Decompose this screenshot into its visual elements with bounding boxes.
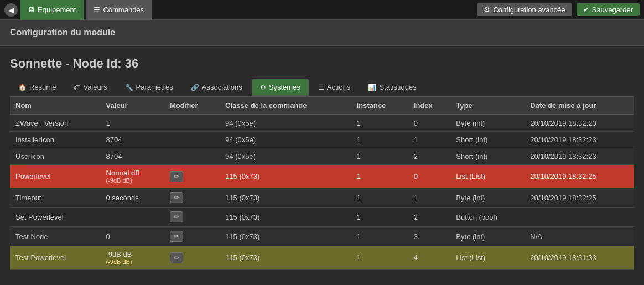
cell-index: 3 <box>408 227 451 246</box>
cell-valeur: 1 <box>101 115 165 132</box>
tab-statistiques[interactable]: 📊 Statistiques <box>360 79 424 96</box>
cell-classe: 115 (0x73) <box>220 165 351 188</box>
cell-nom: UserIcon <box>10 148 101 165</box>
cell-instance: 1 <box>351 148 408 165</box>
cell-date: 20/10/2019 18:32:25 <box>524 165 634 188</box>
sauvegarder-button[interactable]: ✔ Sauvegarder <box>577 3 640 16</box>
col-nom: Nom <box>10 97 101 115</box>
cell-instance: 1 <box>351 227 408 246</box>
page-title: Configuration du module <box>10 28 634 38</box>
cell-type: Short (int) <box>450 132 524 148</box>
table-row: Timeout0 seconds✏115 (0x73)11Byte (int)2… <box>10 188 634 208</box>
col-classe: Classe de la commande <box>220 97 351 115</box>
cell-index: 4 <box>408 246 451 270</box>
cell-date: 20/10/2019 18:32:23 <box>524 115 634 132</box>
edit-button[interactable]: ✏ <box>170 252 183 263</box>
cell-date <box>524 208 634 227</box>
cell-modifier <box>164 115 220 132</box>
edit-button[interactable]: ✏ <box>170 171 183 182</box>
cell-modifier[interactable]: ✏ <box>164 227 220 246</box>
edit-button[interactable]: ✏ <box>170 192 183 203</box>
systems-table: Nom Valeur Modifier Classe de la command… <box>10 97 634 270</box>
col-valeur: Valeur <box>101 97 165 115</box>
resume-icon: 🏠 <box>18 84 27 91</box>
cell-nom: ZWave+ Version <box>10 115 101 132</box>
table-row: PowerlevelNormal dB(-9dB dB)✏115 (0x73)1… <box>10 165 634 188</box>
cell-type: Byte (int) <box>450 188 524 208</box>
cell-modifier <box>164 148 220 165</box>
config-icon: ⚙ <box>484 6 490 14</box>
config-avancee-button[interactable]: ⚙ Configuration avancée <box>477 3 572 16</box>
cell-modifier[interactable]: ✏ <box>164 246 220 270</box>
content-area: Sonnette - Node Id: 36 🏠 Résumé 🏷 Valeur… <box>0 46 644 270</box>
cell-nom: Test Powerlevel <box>10 246 101 270</box>
cell-nom: Set Powerlevel <box>10 208 101 227</box>
cell-classe: 115 (0x73) <box>220 188 351 208</box>
edit-button[interactable]: ✏ <box>170 211 183 222</box>
cell-index: 0 <box>408 165 451 188</box>
tab-actions[interactable]: ☰ Actions <box>310 79 359 96</box>
tab-resume[interactable]: 🏠 Résumé <box>10 79 64 96</box>
cell-date: 20/10/2019 18:31:33 <box>524 246 634 270</box>
cell-index: 2 <box>408 208 451 227</box>
cell-classe: 94 (0x5e) <box>220 132 351 148</box>
cell-nom: InstallerIcon <box>10 132 101 148</box>
table-row: UserIcon870494 (0x5e)12Short (int)20/10/… <box>10 148 634 165</box>
cell-modifier <box>164 132 220 148</box>
col-date: Date de mise à jour <box>524 97 634 115</box>
tab-parametres-label: Paramètres <box>136 83 173 91</box>
nav-tab-equipement[interactable]: 🖥 Equipement <box>20 0 84 20</box>
cell-date: 20/10/2019 18:32:23 <box>524 148 634 165</box>
col-index: Index <box>408 97 451 115</box>
cell-type: List (List) <box>450 246 524 270</box>
parametres-icon: 🔧 <box>125 84 133 91</box>
cell-date: 20/10/2019 18:32:25 <box>524 188 634 208</box>
cell-type: List (List) <box>450 165 524 188</box>
cell-classe: 94 (0x5e) <box>220 148 351 165</box>
cell-instance: 1 <box>351 115 408 132</box>
table-row: Test Powerlevel-9dB dB(-9dB dB)✏115 (0x7… <box>10 246 634 270</box>
table-row: ZWave+ Version194 (0x5e)10Byte (int)20/1… <box>10 115 634 132</box>
nav-tab-commandes[interactable]: ☰ Commandes <box>86 0 152 20</box>
cell-index: 1 <box>408 188 451 208</box>
col-instance: Instance <box>351 97 408 115</box>
cell-instance: 1 <box>351 165 408 188</box>
table-header-row: Nom Valeur Modifier Classe de la command… <box>10 97 634 115</box>
equipement-icon: 🖥 <box>28 6 35 14</box>
cell-modifier[interactable]: ✏ <box>164 188 220 208</box>
systems-table-wrap: Nom Valeur Modifier Classe de la command… <box>10 97 634 270</box>
cell-modifier[interactable]: ✏ <box>164 165 220 188</box>
cell-type: Byte (int) <box>450 115 524 132</box>
top-navigation: ◀ 🖥 Equipement ☰ Commandes ⚙ Configurati… <box>0 0 644 20</box>
config-avancee-label: Configuration avancée <box>493 6 565 14</box>
tab-parametres[interactable]: 🔧 Paramètres <box>117 79 181 96</box>
cell-valeur: 0 <box>101 227 165 246</box>
nav-tab-commandes-label: Commandes <box>103 6 144 14</box>
tab-valeurs-label: Valeurs <box>83 83 107 91</box>
nav-tab-equipement-label: Equipement <box>38 6 76 14</box>
tab-systemes-label: Systèmes <box>269 83 300 91</box>
cell-valeur: Normal dB(-9dB dB) <box>101 165 165 188</box>
cell-index: 2 <box>408 148 451 165</box>
edit-button[interactable]: ✏ <box>170 231 183 242</box>
cell-valeur: -9dB dB(-9dB dB) <box>101 246 165 270</box>
cell-classe: 115 (0x73) <box>220 227 351 246</box>
valeurs-icon: 🏷 <box>74 84 80 91</box>
cell-instance: 1 <box>351 188 408 208</box>
cell-date: N/A <box>524 227 634 246</box>
cell-modifier[interactable]: ✏ <box>164 208 220 227</box>
tab-actions-label: Actions <box>327 83 351 91</box>
tab-associations[interactable]: 🔗 Associations <box>183 79 251 96</box>
tab-valeurs[interactable]: 🏷 Valeurs <box>65 79 115 96</box>
tab-systemes[interactable]: ⚙ Systèmes <box>252 79 309 96</box>
back-button[interactable]: ◀ <box>4 3 18 17</box>
commandes-icon: ☰ <box>94 6 100 14</box>
cell-valeur <box>101 208 165 227</box>
actions-icon: ☰ <box>318 84 324 91</box>
top-nav-right: ⚙ Configuration avancée ✔ Sauvegarder <box>477 3 640 16</box>
cell-type: Button (bool) <box>450 208 524 227</box>
col-type: Type <box>450 97 524 115</box>
module-title: Sonnette - Node Id: 36 <box>10 56 634 71</box>
cell-valeur: 8704 <box>101 148 165 165</box>
top-nav-left: ◀ 🖥 Equipement ☰ Commandes <box>4 0 477 20</box>
